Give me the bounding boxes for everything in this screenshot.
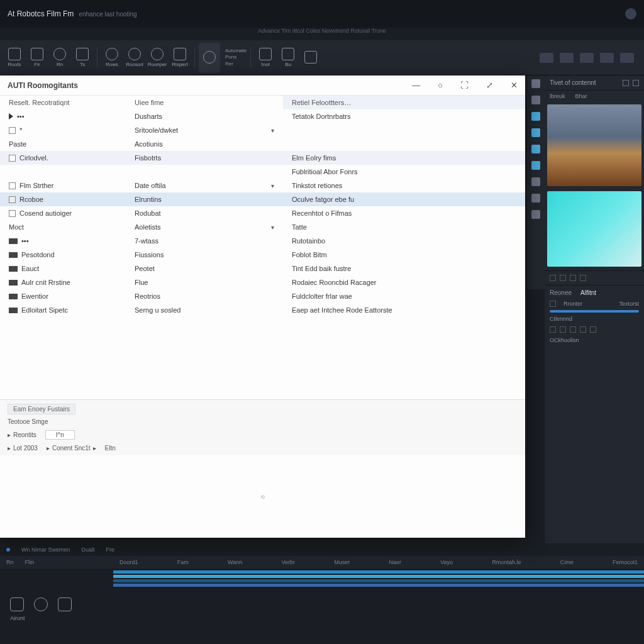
- bottom-tool-1[interactable]: [34, 597, 48, 611]
- row-5-c1[interactable]: Flm Strther: [0, 179, 126, 192]
- row-5-c3[interactable]: Tinkstot retiones: [283, 179, 525, 192]
- row-1-c1[interactable]: *: [0, 123, 126, 137]
- tool-4[interactable]: Rows: [101, 43, 123, 73]
- row-1-c2[interactable]: Sritoole/dwket▾: [126, 123, 283, 137]
- tool-g2-0[interactable]: Inot: [255, 43, 276, 73]
- row-6-c3[interactable]: Oculve fatgor ebe fu: [283, 192, 525, 206]
- row-8-c2[interactable]: Aoletists▾: [126, 220, 283, 234]
- tool-7[interactable]: Rispert: [169, 43, 191, 73]
- row-9-c1[interactable]: •••: [0, 234, 126, 248]
- tool-3[interactable]: Ts: [72, 43, 93, 73]
- right-icon-5[interactable]: [620, 53, 634, 63]
- crumb2-2[interactable]: Eltn: [105, 445, 116, 452]
- crumb-1[interactable]: I^n: [45, 430, 75, 440]
- p-i3[interactable]: [580, 326, 586, 333]
- track-2[interactable]: [113, 575, 644, 578]
- row-10-c3[interactable]: Foblot Bitm: [283, 248, 525, 262]
- row-8-c1[interactable]: Moct: [0, 220, 126, 234]
- row-0-c2[interactable]: Dusharts: [126, 109, 283, 123]
- strip-icon-8[interactable]: [531, 210, 540, 219]
- crumb-0[interactable]: ▸ Reontits: [8, 431, 36, 438]
- row-6-c2[interactable]: Elruntins: [126, 192, 283, 206]
- panel-icon-2[interactable]: [633, 80, 639, 86]
- lower-tab[interactable]: Eam Enoey Fustairs: [8, 404, 75, 414]
- row-14-c2[interactable]: Serng u sosled: [126, 303, 283, 317]
- row-2-c3[interactable]: [283, 137, 525, 151]
- strip-icon-3[interactable]: [531, 128, 540, 137]
- row-11-c2[interactable]: Peotet: [126, 262, 283, 275]
- timeline-ruler[interactable]: Rn Flin Doord1FamWannVerbrMuserNaerVayoR…: [0, 556, 644, 569]
- row-2-c2[interactable]: Acotiunis: [126, 137, 283, 151]
- row-13-c1[interactable]: Ewentior: [0, 289, 126, 303]
- row-13-c3[interactable]: Fuldclolter frlar wae: [283, 289, 525, 303]
- tool-2[interactable]: Rn: [49, 43, 70, 73]
- fullscreen-icon[interactable]: ⤢: [486, 80, 493, 90]
- ptab2-1[interactable]: Alfitnt: [580, 289, 596, 296]
- strip-icon-5[interactable]: [531, 161, 540, 170]
- panel-icon-1[interactable]: [623, 80, 629, 86]
- p-i4[interactable]: [590, 326, 596, 333]
- row-2-c1[interactable]: Paste: [0, 137, 126, 151]
- tool-0[interactable]: Roots: [4, 43, 25, 73]
- track-1[interactable]: [113, 570, 644, 574]
- ptab2-0[interactable]: Reonee: [550, 289, 572, 296]
- row-1-c3[interactable]: [283, 123, 525, 137]
- close-icon[interactable]: ✕: [511, 80, 518, 90]
- row-12-c2[interactable]: Flue: [126, 275, 283, 289]
- right-icon-4[interactable]: [600, 53, 614, 63]
- prop-row-0[interactable]: RronterTextorst: [545, 299, 644, 309]
- ptab-0[interactable]: lbreuk: [550, 93, 565, 99]
- row-4-c3[interactable]: Fublritioal Abor Fonrs: [283, 165, 525, 179]
- row-11-c1[interactable]: Eauct: [0, 262, 126, 275]
- row-8-c3[interactable]: Tatte: [283, 220, 525, 234]
- tiny-icon-2[interactable]: [570, 275, 576, 281]
- tiny-icon-3[interactable]: [580, 275, 586, 281]
- row-0-c1[interactable]: •••: [0, 109, 126, 123]
- track-3[interactable]: [113, 579, 644, 582]
- row-4-c1[interactable]: [0, 165, 126, 179]
- row-4-c2[interactable]: [126, 165, 283, 179]
- preview-thumb-1[interactable]: [547, 104, 641, 186]
- right-icon-3[interactable]: [580, 53, 594, 63]
- row-7-c1[interactable]: Cosend autioiger: [0, 206, 126, 220]
- row-13-c2[interactable]: Reotrios: [126, 289, 283, 303]
- row-11-c3[interactable]: Tint Edd baik fustre: [283, 262, 525, 275]
- row-9-c2[interactable]: 7-wtass: [126, 234, 283, 248]
- row-3-c1[interactable]: Cirlodvel.: [0, 151, 126, 165]
- tiny-icon-1[interactable]: [560, 275, 566, 281]
- row-0-c3[interactable]: Tetatok Dortnrbatrs: [283, 109, 525, 123]
- minimize-icon[interactable]: —: [412, 80, 420, 90]
- bottom-tool-0[interactable]: [10, 597, 24, 611]
- preview-thumb-2[interactable]: [547, 191, 641, 267]
- p-i2[interactable]: [570, 326, 576, 333]
- track-4[interactable]: [113, 584, 644, 587]
- bottom-tool-2[interactable]: [58, 597, 72, 611]
- timeline-tracks[interactable]: [113, 569, 644, 589]
- strip-icon-1[interactable]: [531, 96, 540, 104]
- row-5-c2[interactable]: Date oftila▾: [126, 179, 283, 192]
- expand-icon[interactable]: ⛶: [460, 80, 469, 90]
- tool-5[interactable]: Roosod: [124, 43, 145, 73]
- row-10-c1[interactable]: Pesotdond: [0, 248, 126, 262]
- strip-icon-7[interactable]: [531, 194, 540, 203]
- crumb2-1[interactable]: ▸ Conent Snc1t ▸: [47, 445, 96, 452]
- ptab-1[interactable]: Bhar: [575, 93, 587, 99]
- strip-icon-4[interactable]: [531, 145, 540, 153]
- row-7-c2[interactable]: Rodubat: [126, 206, 283, 220]
- row-12-c3[interactable]: Rodaiec Rooncbid Racager: [283, 275, 525, 289]
- tool-6[interactable]: Roonper: [147, 43, 168, 73]
- tool-1[interactable]: Fir: [26, 43, 48, 73]
- restore-icon[interactable]: ○: [438, 80, 443, 90]
- row-9-c3[interactable]: Rutotainbo: [283, 234, 525, 248]
- row-3-c3[interactable]: Elm Eolry fims: [283, 151, 525, 165]
- right-icon-2[interactable]: [560, 53, 574, 63]
- crumb2-0[interactable]: ▸ Lot 2003: [8, 445, 38, 452]
- tiny-icon-0[interactable]: [550, 275, 556, 281]
- row-7-c3[interactable]: Recenhtot o Fifmas: [283, 206, 525, 220]
- row-3-c2[interactable]: Fisbotrts: [126, 151, 283, 165]
- strip-icon-0[interactable]: [531, 79, 540, 88]
- row-10-c2[interactable]: Fiussions: [126, 248, 283, 262]
- strip-icon-6[interactable]: [531, 177, 540, 186]
- col-header-3[interactable]: Retiel Feloottters…: [283, 96, 525, 109]
- right-icon-1[interactable]: [540, 53, 553, 63]
